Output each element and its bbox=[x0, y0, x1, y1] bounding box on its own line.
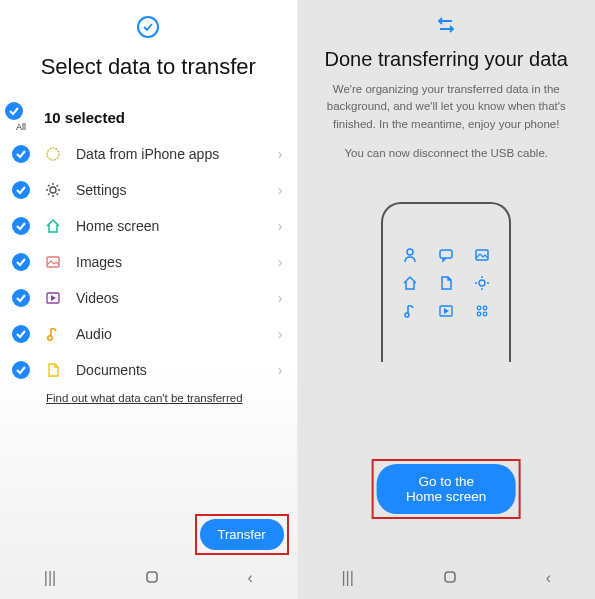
list-item[interactable]: Videos › bbox=[0, 280, 297, 316]
home-icon bbox=[399, 275, 421, 291]
chat-icon bbox=[435, 247, 457, 263]
documents-icon bbox=[44, 361, 62, 379]
svg-line-8 bbox=[48, 194, 50, 196]
apps-icon bbox=[44, 145, 62, 163]
item-label: Data from iPhone apps bbox=[76, 146, 278, 162]
svg-rect-13 bbox=[147, 572, 157, 582]
list-item[interactable]: Home screen › bbox=[0, 208, 297, 244]
check-icon[interactable] bbox=[12, 361, 30, 379]
chevron-right-icon: › bbox=[278, 218, 283, 234]
header-icon bbox=[0, 0, 297, 48]
audio-icon bbox=[44, 325, 62, 343]
videos-icon bbox=[44, 289, 62, 307]
svg-point-17 bbox=[479, 280, 485, 286]
home-button[interactable] bbox=[126, 563, 178, 593]
check-icon[interactable] bbox=[12, 145, 30, 163]
image-icon bbox=[471, 247, 493, 263]
item-label: Videos bbox=[76, 290, 278, 306]
document-icon bbox=[435, 275, 457, 291]
svg-point-12 bbox=[48, 336, 52, 340]
svg-point-24 bbox=[477, 306, 481, 310]
page-title: Done transferring your data bbox=[298, 48, 596, 81]
svg-point-25 bbox=[483, 306, 487, 310]
highlight-box: Transfer bbox=[195, 514, 289, 555]
header-icon bbox=[298, 0, 596, 48]
play-icon bbox=[435, 303, 457, 319]
svg-rect-28 bbox=[445, 572, 455, 582]
check-circle-icon bbox=[137, 16, 159, 38]
select-all-row[interactable]: All 10 selected bbox=[0, 94, 297, 136]
transfer-button[interactable]: Transfer bbox=[200, 519, 284, 550]
home-button[interactable] bbox=[424, 563, 476, 593]
go-home-button[interactable]: Go to the Home screen bbox=[377, 464, 516, 514]
home-icon bbox=[44, 217, 62, 235]
list-item[interactable]: Audio › bbox=[0, 316, 297, 352]
check-icon[interactable] bbox=[12, 289, 30, 307]
select-data-screen: Select data to transfer All 10 selected … bbox=[0, 0, 298, 599]
svg-point-14 bbox=[407, 249, 413, 255]
description-text: We're organizing your transferred data i… bbox=[298, 81, 596, 145]
check-icon bbox=[5, 102, 23, 120]
chevron-right-icon: › bbox=[278, 290, 283, 306]
svg-point-1 bbox=[50, 187, 56, 193]
music-icon bbox=[399, 303, 421, 319]
svg-line-6 bbox=[48, 185, 50, 187]
disconnect-text: You can now disconnect the USB cable. bbox=[298, 145, 596, 202]
app-icon-grid bbox=[399, 247, 493, 319]
gear-icon bbox=[471, 275, 493, 291]
item-label: Settings bbox=[76, 182, 278, 198]
list-item[interactable]: Images › bbox=[0, 244, 297, 280]
check-icon[interactable] bbox=[12, 181, 30, 199]
item-label: Home screen bbox=[76, 218, 278, 234]
done-transferring-screen: Done transferring your data We're organi… bbox=[298, 0, 596, 599]
apps-icon bbox=[471, 303, 493, 319]
svg-point-22 bbox=[405, 313, 409, 317]
cant-transfer-link[interactable]: Find out what data can't be transferred bbox=[46, 392, 297, 404]
select-all-check[interactable]: All bbox=[8, 102, 34, 132]
svg-rect-15 bbox=[440, 250, 452, 258]
chevron-right-icon: › bbox=[278, 182, 283, 198]
phone-illustration bbox=[381, 202, 511, 362]
svg-rect-16 bbox=[476, 250, 488, 260]
svg-line-7 bbox=[57, 194, 59, 196]
chevron-right-icon: › bbox=[278, 362, 283, 378]
back-button[interactable]: ‹ bbox=[229, 563, 270, 593]
svg-point-0 bbox=[47, 148, 59, 160]
person-icon bbox=[399, 247, 421, 263]
selected-count: 10 selected bbox=[44, 109, 125, 126]
check-icon[interactable] bbox=[12, 253, 30, 271]
svg-point-26 bbox=[477, 312, 481, 316]
navigation-bar: ||| ‹ bbox=[298, 563, 596, 593]
navigation-bar: ||| ‹ bbox=[0, 563, 297, 593]
item-label: Documents bbox=[76, 362, 278, 378]
list-item[interactable]: Settings › bbox=[0, 172, 297, 208]
svg-line-9 bbox=[57, 185, 59, 187]
item-label: Images bbox=[76, 254, 278, 270]
list-item[interactable]: Documents › bbox=[0, 352, 297, 388]
chevron-right-icon: › bbox=[278, 326, 283, 342]
recents-button[interactable]: ||| bbox=[26, 563, 74, 593]
recents-button[interactable]: ||| bbox=[323, 563, 371, 593]
back-button[interactable]: ‹ bbox=[528, 563, 569, 593]
highlight-box: Go to the Home screen bbox=[372, 459, 521, 519]
chevron-right-icon: › bbox=[278, 254, 283, 270]
list-item[interactable]: Data from iPhone apps › bbox=[0, 136, 297, 172]
item-label: Audio bbox=[76, 326, 278, 342]
svg-rect-10 bbox=[47, 257, 59, 267]
swap-icon bbox=[436, 16, 456, 34]
check-icon[interactable] bbox=[12, 325, 30, 343]
all-label: All bbox=[16, 122, 26, 132]
images-icon bbox=[44, 253, 62, 271]
gear-icon bbox=[44, 181, 62, 199]
page-title: Select data to transfer bbox=[0, 48, 297, 94]
check-icon[interactable] bbox=[12, 217, 30, 235]
svg-point-27 bbox=[483, 312, 487, 316]
chevron-right-icon: › bbox=[278, 146, 283, 162]
